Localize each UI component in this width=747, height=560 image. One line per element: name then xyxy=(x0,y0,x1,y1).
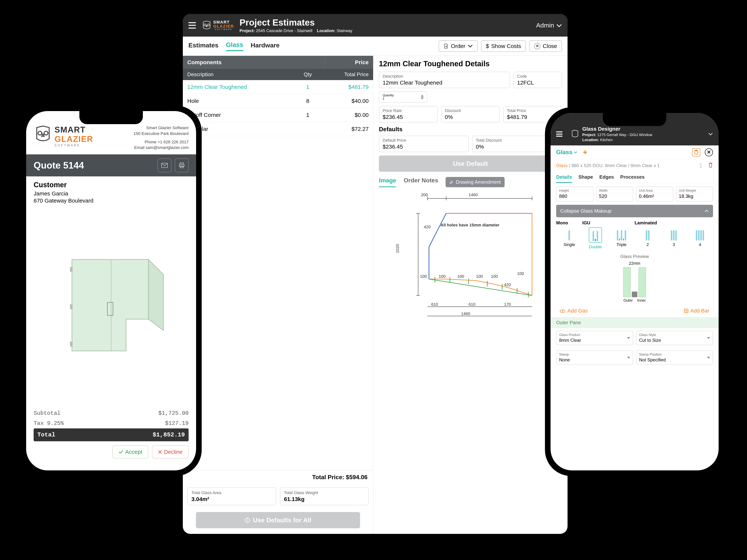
phone-notch xyxy=(603,113,666,126)
mail-icon xyxy=(161,163,168,168)
page-title: Glass Designer xyxy=(582,126,652,132)
code-field[interactable]: Code 12FCL xyxy=(513,72,562,88)
print-button[interactable] xyxy=(175,158,189,172)
close-button[interactable]: ✕ xyxy=(705,148,713,156)
cat-laminated: Laminated xyxy=(635,220,657,225)
user-menu[interactable]: Admin xyxy=(536,22,562,29)
subtotal-row: Subtotal $1,725.00 xyxy=(34,408,189,418)
tab-image[interactable]: Image xyxy=(379,177,396,187)
decline-button[interactable]: Decline xyxy=(152,445,189,458)
makeup-lam-3[interactable]: 3 xyxy=(661,228,687,249)
phone-designer-screen: Glass Designer Project: 1275 Gerralt Way… xyxy=(550,113,719,471)
stamp-select[interactable]: StampNone xyxy=(556,350,633,365)
outer-pane-section: Outer Pane xyxy=(550,317,719,328)
tab-hardware[interactable]: Hardware xyxy=(251,42,280,51)
description-field[interactable]: Description 12mm Clear Toughened xyxy=(379,72,510,88)
dollar-icon: $ xyxy=(486,43,489,49)
makeup-single[interactable]: Single xyxy=(556,228,582,249)
glass-preview: 22mm Outer Inner xyxy=(616,261,653,302)
makeup-lam-4[interactable]: 4 xyxy=(687,228,713,249)
brand-logo: SMART GLAZIER SOFTWARE xyxy=(202,20,234,30)
caret-down-icon xyxy=(627,337,630,339)
drawing-amendment-button[interactable]: Drawing Amendment xyxy=(445,177,505,187)
owl-icon xyxy=(571,130,579,138)
brand-glazier: GLAZIER xyxy=(213,24,234,29)
makeup-options: Single Double Triple 2 3 4 xyxy=(550,225,719,251)
table-row[interactable]: Hole 8 $40.00 xyxy=(183,94,373,108)
details-title: 12mm Clear Toughened Details xyxy=(379,59,562,68)
show-costs-button[interactable]: $ Show Costs xyxy=(481,40,526,52)
chevron-up-icon xyxy=(704,210,709,213)
tab-glass[interactable]: Glass xyxy=(226,41,243,51)
caret-down-icon xyxy=(627,357,630,358)
use-default-button[interactable]: Use Default xyxy=(379,156,562,172)
stepper-down-icon[interactable] xyxy=(421,98,424,99)
order-button[interactable]: Order xyxy=(439,40,478,52)
detail-tabs: Details Shape Edges Processes xyxy=(550,172,719,183)
app-header: SMART GLAZIER SOFTWARE Project Estimates… xyxy=(183,14,568,36)
price-rate-field[interactable]: Price Rate $236.45 xyxy=(379,106,438,123)
defaults-heading: Defaults xyxy=(379,126,562,133)
makeup-lam-2[interactable]: 2 xyxy=(635,228,661,249)
clipboard-button[interactable] xyxy=(692,148,700,156)
customer-address: 670 Gateway Boulevard xyxy=(34,197,189,204)
order-icon xyxy=(443,44,449,49)
menu-icon[interactable] xyxy=(188,22,196,29)
stepper-up-icon[interactable] xyxy=(421,95,424,97)
page-subtitle: Project: 2545 Cascade Drive - Stairwell … xyxy=(239,28,353,33)
tab-edges[interactable]: Edges xyxy=(599,172,614,183)
tab-estimates[interactable]: Estimates xyxy=(188,42,218,51)
stamp-position-select[interactable]: Stamp PositionNot Specified xyxy=(636,350,713,365)
svg-point-2 xyxy=(247,519,248,519)
clipboard-icon xyxy=(694,150,698,155)
table-row[interactable]: 12mm Clear Toughened 1 $481.79 xyxy=(183,80,373,94)
height-field[interactable]: Height880 xyxy=(556,186,593,202)
makeup-double[interactable]: Double xyxy=(582,228,609,249)
add-bar-button[interactable]: Add Bar xyxy=(684,308,709,314)
unit-area-field: Unit Area0.46m² xyxy=(636,186,673,202)
edit-icon xyxy=(449,180,454,184)
svg-rect-31 xyxy=(70,304,73,309)
crumb-glass[interactable]: Glass xyxy=(556,163,568,168)
delete-button[interactable] xyxy=(708,162,713,169)
use-defaults-all-button[interactable]: Use Defaults for All xyxy=(196,512,360,528)
spacer-graphic xyxy=(632,267,637,297)
check-icon xyxy=(119,450,123,454)
table-row[interactable]: Irregular $72.27 xyxy=(183,122,373,136)
caret-down-icon xyxy=(707,337,710,339)
cat-mono: Mono xyxy=(556,220,582,225)
tab-shape[interactable]: Shape xyxy=(578,172,593,183)
quantity-stepper[interactable]: Quantity 1 xyxy=(379,91,428,103)
glass-style-select[interactable]: Glass StyleCut to Size xyxy=(636,331,713,345)
quote-header: Quote 5144 xyxy=(26,154,196,177)
collapse-makeup-toggle[interactable]: Collapse Glass Makeup xyxy=(556,205,713,217)
glass-product-select[interactable]: Glass Product8mm Clear xyxy=(556,331,633,345)
discount-field[interactable]: Discount 0% xyxy=(441,106,500,123)
trash-icon xyxy=(708,162,713,168)
accept-button[interactable]: Accept xyxy=(112,445,148,458)
tax-row: Tax 9.25% $127.19 xyxy=(34,418,189,428)
chevron-down-icon[interactable] xyxy=(708,132,713,136)
table-row[interactable]: Cutoff Corner 1 $0.00 xyxy=(183,108,373,122)
components-header: Components Price xyxy=(183,56,373,69)
width-field[interactable]: Width520 xyxy=(596,186,634,202)
company-contact: Smart Glazier Software 150 Executive Par… xyxy=(133,125,189,151)
unit-weight-field: Unit Weight18.3kg xyxy=(676,186,713,202)
glass-dropdown[interactable]: Glass xyxy=(556,149,577,156)
tab-processes[interactable]: Processes xyxy=(620,172,644,183)
add-glass-button[interactable]: + xyxy=(583,148,587,156)
close-button[interactable]: ✕ Close xyxy=(529,40,562,52)
svg-rect-29 xyxy=(70,267,73,272)
tab-details[interactable]: Details xyxy=(556,172,572,183)
more-menu-icon[interactable]: ⋮ xyxy=(698,162,704,169)
details-panel: 12mm Clear Toughened Details Description… xyxy=(373,56,568,534)
email-button[interactable] xyxy=(158,158,172,172)
makeup-triple[interactable]: Triple xyxy=(609,228,635,249)
chevron-down-icon xyxy=(556,24,562,27)
add-gas-button[interactable]: Add Gas xyxy=(560,308,588,314)
printer-icon xyxy=(179,162,185,168)
cat-igu: IGU xyxy=(582,220,635,225)
menu-icon[interactable] xyxy=(556,131,563,137)
location-line: Location: Kitchen xyxy=(582,138,652,142)
tab-order-notes[interactable]: Order Notes xyxy=(404,177,438,187)
